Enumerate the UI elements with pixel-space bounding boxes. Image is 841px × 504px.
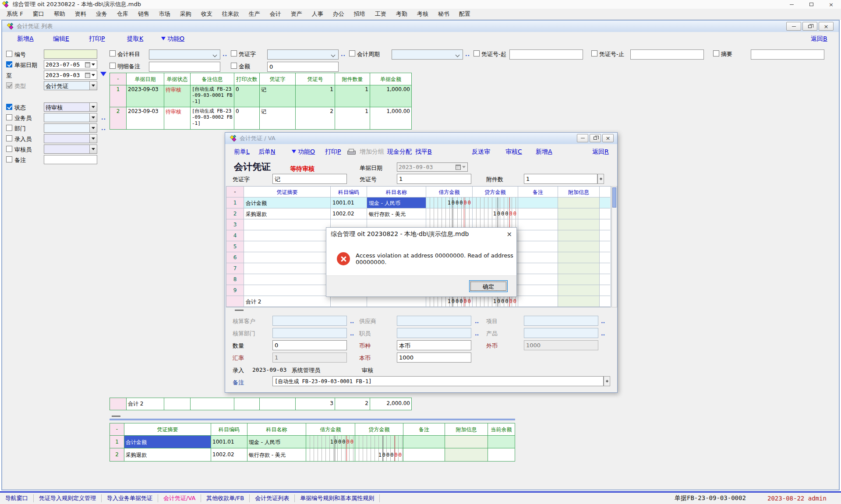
combo-arrow[interactable] — [89, 113, 97, 122]
combo-arrow[interactable] — [89, 145, 97, 153]
preview-row[interactable]: 1 合计金额 1001.01 现金 - 人民币 100000 — [110, 436, 515, 448]
menu-item[interactable]: 考核 — [412, 9, 433, 19]
no-to-input[interactable] — [630, 49, 704, 60]
collapse-handle[interactable] — [235, 310, 244, 311]
dept-checkbox[interactable] — [6, 125, 12, 131]
grid-row[interactable]: 1 合计金额 1001.01 现金 - 人民币 100000 — [226, 197, 611, 208]
menu-item[interactable]: 配置 — [454, 9, 475, 19]
table-row[interactable]: 1 2023-09-03 待审核 [自动生成 FB-23-09-03-0001 … — [110, 85, 411, 107]
subject-dropdown[interactable] — [149, 49, 220, 60]
menu-item[interactable]: 工资 — [370, 9, 391, 19]
auditor-checkbox[interactable] — [6, 146, 12, 152]
menu-item[interactable]: 会计 — [265, 9, 286, 19]
menu-item[interactable]: 系统 F — [2, 9, 28, 19]
detail-note-input[interactable] — [149, 62, 220, 72]
menu-item[interactable]: 资料 — [70, 9, 91, 19]
currency-input[interactable]: 本币 — [397, 340, 471, 350]
lookup-dots[interactable]: .. — [601, 318, 605, 324]
lookup-dots[interactable]: .. — [101, 125, 106, 131]
edit-button[interactable]: 编辑E — [53, 35, 69, 43]
lookup-dots[interactable]: .. — [350, 331, 354, 337]
statusbar-window-tab[interactable]: 凭证导入规则定义管理 — [34, 494, 102, 502]
note-input[interactable] — [44, 155, 97, 164]
new-button[interactable]: 新增A — [536, 148, 552, 156]
menu-item[interactable]: 办公 — [328, 9, 349, 19]
menu-item[interactable]: 窗口 — [28, 9, 49, 19]
menu-item[interactable]: 销售 — [133, 9, 154, 19]
new-button[interactable]: 新增A — [17, 35, 34, 43]
back-button[interactable]: 返回R — [592, 148, 609, 156]
spinner-control[interactable] — [597, 174, 604, 184]
voucher-word-input[interactable]: 记 — [272, 174, 347, 184]
local-input[interactable]: 1000 — [397, 352, 471, 363]
printer-button[interactable] — [347, 148, 355, 155]
combo-arrow[interactable] — [89, 134, 97, 143]
close-button[interactable] — [602, 134, 614, 142]
blue-down-arrow-icon[interactable] — [100, 72, 106, 79]
subject-checkbox[interactable] — [110, 50, 116, 56]
menu-item[interactable]: 人事 — [307, 9, 328, 19]
combo-arrow[interactable] — [89, 124, 97, 132]
no-to-checkbox[interactable] — [591, 50, 597, 56]
maximize-button[interactable] — [802, 0, 821, 9]
audit-button[interactable]: 审核C — [505, 148, 522, 156]
detail-note-checkbox[interactable] — [110, 63, 116, 69]
balance-button[interactable]: 找平B — [415, 148, 432, 156]
menu-item[interactable]: 帮助 — [49, 9, 70, 19]
function-button[interactable]: 功能O — [292, 148, 315, 156]
entry-checkbox[interactable] — [6, 135, 12, 141]
qty-input[interactable]: 0 — [272, 340, 347, 350]
statusbar-window-tab[interactable]: 导入业务单据凭证 — [102, 494, 158, 502]
status-combo[interactable]: 待审核 — [44, 102, 97, 112]
menu-item[interactable]: 仓库 — [112, 9, 133, 19]
lookup-dots[interactable]: .. — [475, 331, 479, 337]
statusbar-window-tab[interactable]: 其他收款单/FB — [201, 494, 250, 502]
note-checkbox[interactable] — [6, 156, 12, 162]
salesman-combo[interactable] — [44, 113, 97, 122]
menu-item[interactable]: 收支 — [196, 9, 217, 19]
combo-arrow[interactable] — [89, 81, 97, 90]
child-close-button[interactable] — [819, 22, 834, 31]
lookup-dots[interactable]: .. — [465, 51, 470, 57]
lookup-dots[interactable]: .. — [475, 318, 479, 324]
cash-allocate-button[interactable]: 现金分配 — [387, 148, 412, 156]
preview-row[interactable]: 2 采购退款 1002.02 银行存款 - 美元 100000 — [110, 448, 515, 461]
spinner-control[interactable] — [604, 376, 610, 386]
combo-arrow[interactable] — [89, 103, 97, 111]
menu-item[interactable]: 市场 — [154, 9, 175, 19]
entry-combo[interactable] — [44, 134, 97, 143]
scrollbar-thumb[interactable] — [612, 187, 616, 208]
print-button[interactable]: 打印P — [325, 148, 341, 156]
menu-item[interactable]: 招培 — [349, 9, 370, 19]
lookup-dots[interactable]: .. — [223, 51, 227, 57]
summary-input[interactable] — [751, 49, 824, 60]
type-combo[interactable]: 会计凭证 — [44, 81, 97, 90]
minimize-button[interactable] — [577, 134, 588, 142]
period-dropdown[interactable] — [392, 49, 463, 60]
menu-item[interactable]: 考勤 — [391, 9, 412, 19]
grid-scrollbar[interactable] — [611, 186, 617, 307]
close-button[interactable] — [821, 0, 841, 9]
no-from-checkbox[interactable] — [474, 50, 480, 56]
menu-item[interactable]: 业务 — [91, 9, 112, 19]
project-input[interactable] — [524, 316, 598, 326]
statusbar-window-tab[interactable]: 单据编号规则和基本属性规则 — [295, 494, 380, 502]
table-row[interactable]: 2 2023-09-03 待审核 [自动生成 FB-23-09-03-0002 … — [110, 107, 411, 129]
ok-button[interactable]: 确定 — [469, 280, 508, 292]
word-dropdown[interactable] — [267, 49, 339, 60]
voucher-no-input[interactable]: 1 — [397, 174, 471, 184]
amount-input[interactable]: 0 — [267, 62, 339, 72]
no-from-input[interactable] — [509, 49, 583, 60]
unsend-audit-button[interactable]: 反送审 — [472, 148, 490, 156]
statusbar-window-tab[interactable]: 会计凭证列表 — [250, 494, 295, 502]
child-minimize-button[interactable] — [786, 22, 801, 31]
status-checkbox[interactable] — [6, 104, 12, 110]
extract-button[interactable]: 提取K — [127, 35, 143, 43]
minimize-button[interactable] — [782, 0, 802, 9]
lookup-dots[interactable]: .. — [601, 331, 605, 337]
print-button[interactable]: 打印P — [89, 35, 105, 43]
period-checkbox[interactable] — [349, 50, 355, 56]
menu-item[interactable]: 采购 — [175, 9, 196, 19]
staff-input[interactable] — [397, 328, 471, 338]
back-button[interactable]: 返回B — [811, 35, 827, 43]
